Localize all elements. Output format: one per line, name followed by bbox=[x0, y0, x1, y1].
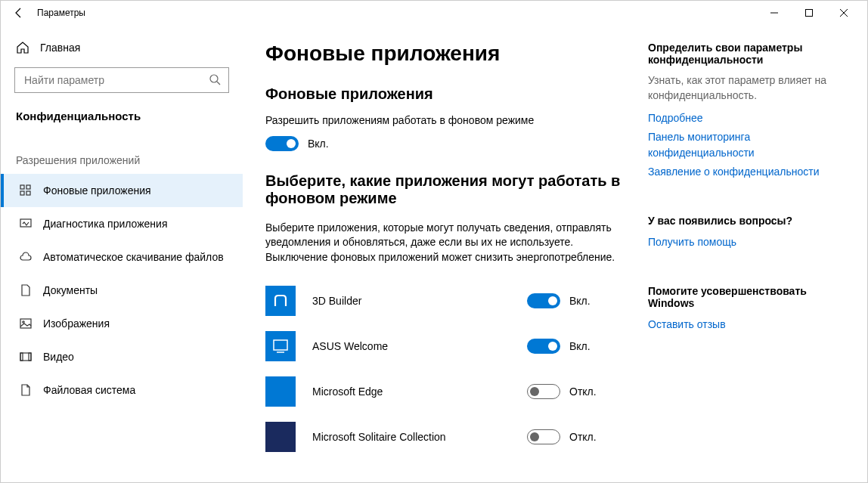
search-icon bbox=[209, 73, 221, 88]
window-controls bbox=[757, 1, 861, 25]
app-icon bbox=[265, 422, 296, 452]
app-icon bbox=[265, 331, 296, 361]
svg-rect-9 bbox=[26, 191, 30, 195]
back-button[interactable] bbox=[7, 1, 31, 25]
video-icon bbox=[19, 350, 33, 364]
app-row-0: 3D BuilderВкл. bbox=[265, 278, 633, 324]
link-dashboard[interactable]: Панель мониторинга конфиденциальности bbox=[648, 129, 845, 161]
sidebar: Главная Конфиденциальность Разрешения пр… bbox=[1, 25, 243, 483]
section-2-desc: Выберите приложения, которые могут получ… bbox=[265, 221, 633, 265]
app-row-2: Microsoft EdgeОткл. bbox=[265, 369, 633, 414]
sidebar-item-2[interactable]: Автоматическое скачивание файлов bbox=[1, 240, 243, 274]
sidebar-item-label: Видео bbox=[43, 351, 74, 363]
app-name: Microsoft Edge bbox=[312, 385, 510, 398]
doc-icon bbox=[19, 283, 33, 297]
svg-rect-14 bbox=[20, 353, 23, 361]
link-feedback[interactable]: Оставить отзыв bbox=[648, 317, 845, 333]
related-panel: Определить свои параметры конфиденциальн… bbox=[648, 42, 845, 483]
app-toggle[interactable] bbox=[527, 339, 560, 354]
link-get-help[interactable]: Получить помощь bbox=[648, 234, 845, 250]
related-1-title: Определить свои параметры конфиденциальн… bbox=[648, 42, 845, 66]
main-content: Фоновые приложения Фоновые приложения Ра… bbox=[265, 42, 633, 483]
section-1-desc: Разрешить приложениям работать в фоновом… bbox=[265, 113, 633, 128]
maximize-button[interactable] bbox=[792, 1, 826, 25]
diag-icon bbox=[19, 217, 33, 231]
sidebar-item-label: Документы bbox=[43, 284, 98, 296]
svg-rect-6 bbox=[20, 185, 24, 189]
master-toggle-label: Вкл. bbox=[308, 138, 329, 150]
app-toggle-label: Вкл. bbox=[569, 340, 591, 352]
app-name: Microsoft Solitaire Collection bbox=[312, 431, 510, 443]
app-icon bbox=[265, 376, 296, 407]
sidebar-item-label: Изображения bbox=[43, 317, 110, 330]
svg-rect-16 bbox=[274, 340, 287, 350]
home-label: Главная bbox=[40, 42, 80, 54]
related-3-title: Помогите усовершенствовать Windows bbox=[648, 285, 845, 309]
svg-rect-7 bbox=[26, 185, 30, 189]
category-label: Конфиденциальность bbox=[1, 99, 243, 133]
app-toggle[interactable] bbox=[527, 293, 560, 308]
app-toggle[interactable] bbox=[527, 429, 560, 444]
related-1-sub: Узнать, как этот параметр влияет на конф… bbox=[648, 73, 845, 103]
master-toggle[interactable] bbox=[265, 136, 299, 151]
sidebar-item-5[interactable]: Видео bbox=[1, 340, 243, 373]
app-name: ASUS Welcome bbox=[312, 340, 510, 352]
app-icon bbox=[265, 286, 296, 316]
section-1-title: Фоновые приложения bbox=[265, 85, 633, 103]
sidebar-item-4[interactable]: Изображения bbox=[1, 307, 243, 340]
apps-icon bbox=[19, 184, 33, 197]
sidebar-item-label: Файловая система bbox=[43, 384, 135, 396]
section-2-title: Выберите, какие приложения могут работат… bbox=[265, 172, 633, 207]
home-icon bbox=[16, 41, 29, 54]
svg-rect-1 bbox=[806, 10, 813, 17]
svg-line-5 bbox=[217, 82, 220, 85]
app-toggle-label: Откл. bbox=[569, 431, 597, 443]
svg-rect-13 bbox=[20, 353, 31, 361]
link-more[interactable]: Подробнее bbox=[648, 110, 845, 126]
svg-point-12 bbox=[23, 321, 24, 323]
app-toggle-label: Откл. bbox=[569, 385, 597, 398]
section-label: Разрешения приложений bbox=[1, 133, 243, 174]
home-nav[interactable]: Главная bbox=[1, 33, 243, 63]
sidebar-item-label: Диагностика приложения bbox=[43, 218, 167, 230]
image-icon bbox=[19, 317, 33, 330]
sidebar-item-6[interactable]: Файловая система bbox=[1, 373, 243, 407]
minimize-button[interactable] bbox=[757, 1, 792, 25]
sidebar-item-1[interactable]: Диагностика приложения bbox=[1, 207, 243, 240]
app-row-1: ASUS WelcomeВкл. bbox=[265, 324, 633, 369]
app-toggle[interactable] bbox=[527, 384, 560, 399]
svg-rect-11 bbox=[20, 319, 31, 328]
cloud-icon bbox=[19, 250, 33, 264]
link-privacy-statement[interactable]: Заявление о конфиденциальности bbox=[648, 164, 845, 180]
titlebar: Параметры bbox=[1, 1, 867, 25]
svg-point-4 bbox=[210, 75, 218, 82]
window-title: Параметры bbox=[37, 8, 85, 18]
file-icon bbox=[19, 383, 33, 397]
sidebar-item-label: Автоматическое скачивание файлов bbox=[43, 251, 224, 263]
sidebar-item-3[interactable]: Документы bbox=[1, 274, 243, 307]
app-name: 3D Builder bbox=[312, 295, 510, 307]
search-input[interactable] bbox=[14, 67, 229, 93]
svg-rect-10 bbox=[20, 219, 31, 227]
svg-rect-15 bbox=[29, 353, 31, 361]
app-row-3: Microsoft Solitaire CollectionОткл. bbox=[265, 414, 633, 460]
sidebar-item-label: Фоновые приложения bbox=[43, 184, 151, 197]
related-2-title: У вас появились вопросы? bbox=[648, 215, 845, 227]
svg-rect-8 bbox=[20, 191, 24, 195]
search-field[interactable] bbox=[23, 73, 209, 87]
app-toggle-label: Вкл. bbox=[569, 295, 591, 307]
page-title: Фоновые приложения bbox=[265, 42, 633, 66]
sidebar-item-0[interactable]: Фоновые приложения bbox=[1, 174, 243, 207]
close-button[interactable] bbox=[826, 1, 861, 25]
